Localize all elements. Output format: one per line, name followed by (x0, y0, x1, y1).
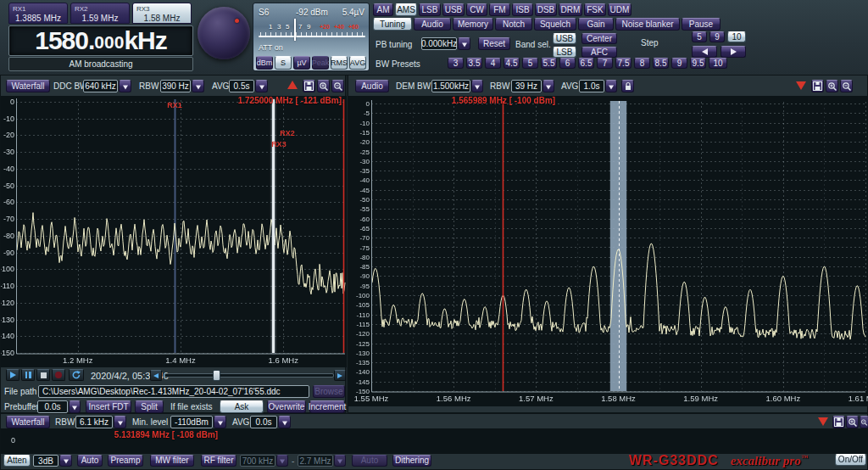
dem-bw-value[interactable]: 1.500kHz (431, 80, 470, 92)
bw-5[interactable]: 5 (522, 58, 538, 69)
preamp-button[interactable]: Preamp (108, 455, 143, 467)
rx2-tab[interactable]: RX2 1.59 MHz (70, 3, 130, 24)
left-rbw-value[interactable]: 390 Hz (160, 80, 191, 92)
tab-notch[interactable]: Notch (495, 18, 532, 31)
min-level-value[interactable]: -110dBm (170, 416, 213, 428)
pause-button[interactable] (21, 369, 35, 381)
band-rbw-value[interactable]: 6.1 kHz (75, 416, 113, 428)
tab-tuning[interactable]: Tuning (373, 18, 412, 31)
left-waterfall-button[interactable]: Waterfall (6, 80, 50, 92)
band-avg-dropdown-icon[interactable] (278, 416, 291, 428)
bw-8_5[interactable]: 8.5 (653, 58, 669, 69)
dithering-button[interactable]: Dithering (392, 455, 431, 467)
split-button[interactable]: Split (135, 400, 164, 413)
band-avg-value[interactable]: 0.0s (250, 416, 277, 428)
left-save-icon[interactable] (303, 80, 315, 92)
file-path-input[interactable]: C:\Users\AMG\Desktop\Rec-1.413MHz_20-04-… (38, 385, 309, 398)
rx1-tab[interactable]: RX1 1.3885 MHz (8, 3, 68, 24)
rx3-tab[interactable]: RX3 1.58 MHz (132, 3, 192, 24)
band-rbw-dropdown-icon[interactable] (114, 416, 126, 428)
right-avg-value[interactable]: 1.0s (579, 80, 604, 92)
band-sel-lsb-button[interactable]: LSB (553, 47, 576, 58)
seek-forward-button[interactable] (334, 370, 346, 381)
bw-6_5[interactable]: 6.5 (578, 58, 594, 69)
playback-slider-thumb[interactable] (213, 370, 220, 381)
mode-isb[interactable]: ISB (512, 3, 533, 16)
tab-gain[interactable]: Gain (578, 18, 614, 31)
bw-9[interactable]: 9 (671, 58, 687, 69)
right-rbw-value[interactable]: 39 Hz (511, 80, 542, 92)
mode-am[interactable]: AM (373, 3, 393, 16)
bw-3[interactable]: 3 (448, 58, 464, 69)
atten-value[interactable]: 3dB (33, 455, 58, 467)
atten-button[interactable]: Atten (3, 455, 31, 467)
left-rbw-dropdown-icon[interactable] (192, 80, 204, 92)
right-avg-dropdown-icon[interactable] (605, 80, 617, 92)
panel-split-up-icon[interactable] (287, 81, 298, 89)
rf-filter-button[interactable]: RF filter (201, 455, 236, 467)
meter-uv-button[interactable]: µV (293, 56, 310, 70)
step-up-button[interactable] (721, 46, 746, 58)
rf-filter-low-dropdown-icon[interactable] (276, 455, 288, 467)
pb-tuning-dropdown-icon[interactable] (458, 37, 470, 50)
pb-reset-button[interactable]: Reset (478, 37, 510, 50)
overwrite-button[interactable]: Overwrite (267, 400, 306, 413)
band-sel-usb-button[interactable]: USB (553, 33, 576, 44)
band-zoom-in-icon[interactable] (846, 416, 859, 428)
bw-10[interactable]: 10 (709, 58, 727, 69)
mode-drm[interactable]: DRM (559, 3, 582, 16)
browse-button[interactable]: Browse (313, 385, 345, 398)
left-avg-dropdown-icon[interactable] (255, 80, 268, 92)
meter-s-button[interactable]: S (275, 56, 292, 70)
tuning-knob[interactable] (198, 7, 250, 59)
right-rbw-dropdown-icon[interactable] (542, 80, 554, 92)
min-level-dropdown-icon[interactable] (214, 416, 226, 428)
right-zoom-in-icon[interactable] (826, 80, 838, 92)
bw-3_5[interactable]: 3.5 (466, 58, 482, 69)
bw-4_5[interactable]: 4.5 (504, 58, 520, 69)
rf-filter-low-value[interactable]: 700 kHz (240, 455, 275, 467)
band-split-down-icon[interactable] (818, 417, 828, 426)
tab-audio[interactable]: Audio (414, 18, 451, 31)
left-avg-value[interactable]: 0.5s (229, 80, 254, 92)
mw-filter-button[interactable]: MW filter (150, 455, 194, 467)
mode-udm[interactable]: UDM (608, 3, 632, 16)
ddc-bw-dropdown-icon[interactable] (119, 80, 131, 92)
tab-squelch[interactable]: Squelch (534, 18, 576, 31)
rf-filter-auto-button[interactable]: Auto (352, 455, 387, 467)
main-frequency-display[interactable]: 1580.000kHz (8, 25, 193, 56)
atten-dropdown-icon[interactable] (59, 455, 72, 467)
insert-fdt-button[interactable]: Insert FDT (86, 400, 131, 413)
bw-9_5[interactable]: 9.5 (690, 58, 706, 69)
bw-8[interactable]: 8 (634, 58, 650, 69)
mode-ams[interactable]: AMS (395, 3, 417, 16)
meter-rms-button[interactable]: RMS (331, 56, 348, 70)
left-zoom-out-icon[interactable] (331, 80, 344, 92)
tab-noise-blanker[interactable]: Noise blanker (615, 18, 680, 31)
band-zoom-out-icon[interactable] (860, 416, 868, 428)
afc-button[interactable]: AFC (581, 47, 617, 58)
mode-cw[interactable]: CW (466, 3, 487, 16)
mode-fm[interactable]: FM (489, 3, 510, 16)
bw-7_5[interactable]: 7.5 (615, 58, 632, 69)
loop-button[interactable] (69, 369, 84, 381)
audio-view-button[interactable]: Audio (355, 80, 389, 92)
mode-dsb[interactable]: DSB (535, 3, 557, 16)
play-button[interactable] (6, 369, 19, 381)
stop-button[interactable] (36, 369, 50, 381)
record-button[interactable] (52, 369, 65, 381)
pb-tuning-value[interactable]: 0.000kHz (421, 37, 457, 50)
prebuffer-dropdown-icon[interactable] (69, 400, 81, 413)
playback-slider-track[interactable] (164, 373, 334, 378)
dem-bw-dropdown-icon[interactable] (471, 80, 483, 92)
meter-peak-button[interactable]: Peak (312, 56, 329, 70)
step-9-button[interactable]: 9 (709, 31, 725, 42)
band-save-icon[interactable] (832, 416, 845, 428)
bw-5_5[interactable]: 5.5 (541, 58, 557, 69)
mode-fsk[interactable]: FSK (584, 3, 606, 16)
bw-4[interactable]: 4 (485, 58, 501, 69)
center-button[interactable]: Center (581, 33, 617, 44)
lock-icon[interactable] (621, 80, 634, 92)
meter-dbm-button[interactable]: dBm (256, 56, 273, 70)
step-down-button[interactable] (692, 46, 717, 58)
